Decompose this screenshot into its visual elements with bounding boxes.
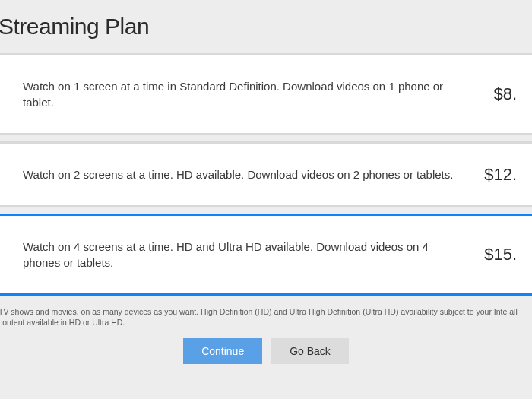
page-title: Streaming Plan xyxy=(0,0,532,53)
plan-description: Watch on 2 screens at a time. HD availab… xyxy=(23,144,484,205)
go-back-button[interactable]: Go Back xyxy=(271,338,349,364)
plan-option-standard[interactable]: Watch on 2 screens at a time. HD availab… xyxy=(0,141,532,207)
button-row: Continue Go Back xyxy=(0,338,532,364)
plan-option-basic[interactable]: Watch on 1 screen at a time in Standard … xyxy=(0,53,532,135)
plan-price: $12. xyxy=(484,165,517,185)
plan-price: $8. xyxy=(493,84,517,104)
streaming-plan-page: Streaming Plan Watch on 1 screen at a ti… xyxy=(0,0,532,399)
disclaimer-text: TV shows and movies, on as many devices … xyxy=(0,302,532,328)
plan-list: Watch on 1 screen at a time in Standard … xyxy=(0,53,532,302)
plan-option-premium[interactable]: Watch on 4 screens at a time. HD and Ult… xyxy=(0,214,532,296)
plan-description: Watch on 4 screens at a time. HD and Ult… xyxy=(23,216,484,293)
plan-price: $15. xyxy=(484,245,517,264)
continue-button[interactable]: Continue xyxy=(183,338,262,364)
plan-description: Watch on 1 screen at a time in Standard … xyxy=(23,55,493,133)
